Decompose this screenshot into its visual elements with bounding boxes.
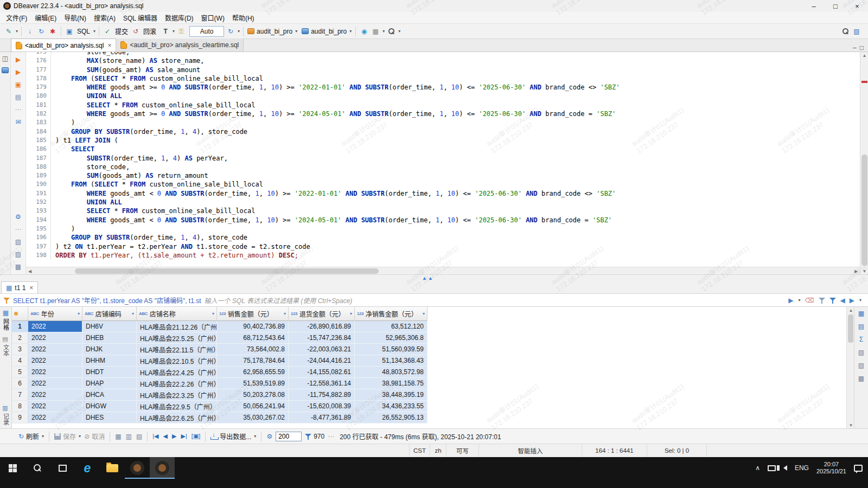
code-text[interactable]: FROM (SELECT * FROM custom_online_sale_b… (51, 180, 263, 189)
row-number[interactable]: 8 (12, 401, 28, 412)
grid-cell[interactable]: DHDT (82, 367, 137, 378)
sash-arrows-icon[interactable]: ▲▲ (422, 275, 434, 281)
code-line-176[interactable]: 176 MAX(store_name) AS store_name, (26, 56, 860, 65)
prev-row-icon[interactable]: ◀ (163, 433, 168, 440)
autocommit-lock-icon[interactable]: ⚿ (176, 27, 186, 36)
code-line-182[interactable]: 182 WHERE goods_amt >= 0 AND SUBSTR(orde… (26, 110, 860, 118)
refresh-button[interactable]: ↻刷新▾ (18, 432, 44, 441)
grid-cell[interactable]: 75,178,784.64 (217, 355, 289, 367)
file-explorer-icon[interactable] (100, 457, 125, 479)
code-line-175[interactable]: 175 store_code, (26, 52, 860, 56)
dbeaver-taskbar-icon-2[interactable] (150, 457, 175, 479)
grid-cell[interactable]: HLA唯品会22.11.5（广州） (137, 344, 217, 355)
grid-cell[interactable]: -11,754,882.89 (289, 389, 355, 401)
code-line-185[interactable]: 185) t1 LEFT JOIN ( (26, 136, 860, 145)
column-header-0[interactable]: ABC年份▾ (28, 307, 82, 321)
close-icon[interactable]: × (29, 284, 33, 292)
row-number[interactable]: 4 (12, 355, 28, 367)
grid-cell[interactable]: -15,620,008.39 (289, 401, 355, 412)
menu-item-2[interactable]: 导航(N) (60, 12, 90, 23)
maximize-button[interactable]: □ (825, 0, 846, 12)
history-icon[interactable]: ↻ (226, 27, 235, 36)
code-line-193[interactable]: 193 SELECT * FROM custom_online_sale_bil… (26, 207, 860, 215)
filter-input[interactable]: 输入一个 SQL 表达式来过滤结果 (使用 Ctrl+Space) (205, 296, 786, 305)
code-line-198[interactable]: 198ORDER BY t1.perYear, (t1.sale_amount … (26, 251, 860, 260)
grid-cell[interactable]: 38,448,395.19 (355, 389, 427, 401)
next-row-icon[interactable]: ▶ (172, 433, 176, 440)
column-header-1[interactable]: ABC店铺编码▾ (82, 307, 137, 321)
script-doc-icon[interactable]: ▤ (14, 93, 23, 101)
more-actions-icon[interactable]: ⋯ (14, 105, 23, 114)
refresh-connection-icon[interactable]: ↻ (36, 27, 46, 36)
taskbar-clock[interactable]: 20:07 2025/10/21 (816, 461, 846, 475)
transaction-mode-icon[interactable]: T (161, 27, 170, 36)
new-connection-icon[interactable]: ✎ (4, 27, 14, 36)
presentation-tab-text[interactable]: ▤文本 (2, 336, 10, 356)
code-line-186[interactable]: 186 SELECT (26, 145, 860, 153)
scroll-up-icon[interactable]: ▲ (847, 307, 855, 313)
sql-toolbar-label[interactable]: SQL (77, 28, 90, 35)
grid-cell[interactable]: 90,402,736.89 (217, 321, 289, 332)
tray-chevron-icon[interactable]: ∧ (755, 464, 760, 472)
dbeaver-taskbar-icon-1[interactable] (125, 457, 150, 479)
task-view-icon[interactable] (50, 457, 75, 479)
taskbar-search-icon[interactable] (25, 457, 50, 479)
row-number[interactable]: 7 (12, 389, 28, 401)
panel-references-icon[interactable]: ▧ (857, 348, 866, 357)
grid-cell[interactable]: 50,203,278.08 (217, 389, 289, 401)
code-line-181[interactable]: 181 SELECT * FROM custom_online_sale_bil… (26, 101, 860, 110)
tab-analysis-sql[interactable]: <audit_bi_pro> analysis.sql × (11, 38, 116, 52)
menu-item-0[interactable]: 文件(F) (2, 12, 31, 23)
code-line-195[interactable]: 195 ) (26, 224, 860, 233)
grid-cell[interactable]: 2022 (28, 401, 82, 412)
execute-statement-icon[interactable]: ▶ (14, 55, 23, 64)
code-line-194[interactable]: 194 WHERE goods_amt < 0 AND SUBSTR(order… (26, 216, 860, 224)
grid-settings-gear-icon[interactable]: ⚙ (266, 433, 272, 440)
tray-volume-icon[interactable] (783, 465, 787, 471)
panel-aggregate-icon[interactable]: Σ (857, 335, 866, 344)
grid-cell[interactable]: -22,003,063.21 (289, 344, 355, 355)
grid-cell[interactable]: 63,512,120 (355, 321, 427, 332)
grid-cell[interactable]: 62,958,655.59 (217, 367, 289, 378)
code-line-192[interactable]: 192 UNION ALL (26, 198, 860, 207)
er-diagram-icon[interactable]: ▦ (371, 27, 380, 36)
minimize-button[interactable]: – (803, 0, 825, 12)
code-text[interactable]: ) t2 ON t1.perYear = t2.perYear AND t1.s… (51, 242, 310, 251)
code-line-196[interactable]: 196 GROUP BY SUBSTR(order_time, 1, 4), s… (26, 233, 860, 242)
menu-item-5[interactable]: 数据库(D) (161, 12, 197, 23)
code-text[interactable]: GROUP BY SUBSTR(order_time, 1, 4), store… (51, 127, 247, 136)
fetch-icon[interactable]: ↓ (25, 27, 35, 36)
focus-row-icon[interactable]: [▣] (192, 433, 201, 440)
grid-cell[interactable]: DH6V (82, 321, 137, 332)
panel-calc-icon[interactable]: ▨ (857, 361, 866, 370)
scroll-down-icon[interactable]: ▼ (847, 422, 855, 428)
record-mode-tab[interactable]: ▥记录 (2, 404, 10, 425)
grid-cell[interactable]: 51,539,519.89 (217, 378, 289, 389)
view-maximize-icon[interactable]: □ (860, 44, 864, 52)
row-number[interactable]: 5 (12, 367, 28, 378)
chevron-down-icon[interactable]: ▾ (78, 311, 80, 316)
panel-chart-icon[interactable]: ▩ (857, 374, 866, 383)
start-button[interactable] (0, 457, 25, 479)
chevron-down-icon[interactable]: ▾ (859, 298, 861, 303)
rollback-icon[interactable]: ↺ (131, 27, 141, 36)
grid-cell[interactable]: 2022 (28, 321, 82, 332)
explain-plan-icon[interactable]: ▣ (14, 80, 23, 89)
fetch-more-button[interactable]: 970 (305, 433, 324, 440)
rownum-header[interactable] (12, 307, 28, 321)
chevron-down-icon[interactable]: ▾ (93, 29, 95, 34)
grid-cell[interactable]: DHCA (82, 389, 137, 401)
code-line-178[interactable]: 178 FROM (SELECT * FROM custom_online_sa… (26, 74, 860, 83)
grid-cell[interactable]: DHES (82, 412, 137, 423)
overflow-icon[interactable]: ⋯ (328, 433, 334, 440)
chevron-down-icon[interactable]: ▾ (350, 311, 352, 316)
fetch-size-input[interactable] (276, 432, 302, 441)
scroll-up-icon[interactable]: ▲ (860, 52, 868, 59)
scroll-down-icon[interactable]: ▼ (860, 268, 868, 274)
sql-editor-icon[interactable]: ▣ (65, 27, 74, 36)
row-number[interactable]: 3 (12, 344, 28, 355)
action-center-icon[interactable] (854, 465, 863, 472)
commit-button[interactable]: 提交 (115, 27, 128, 36)
chevron-down-icon[interactable]: ▾ (173, 29, 175, 34)
rollback-button[interactable]: 回滚 (143, 27, 156, 36)
